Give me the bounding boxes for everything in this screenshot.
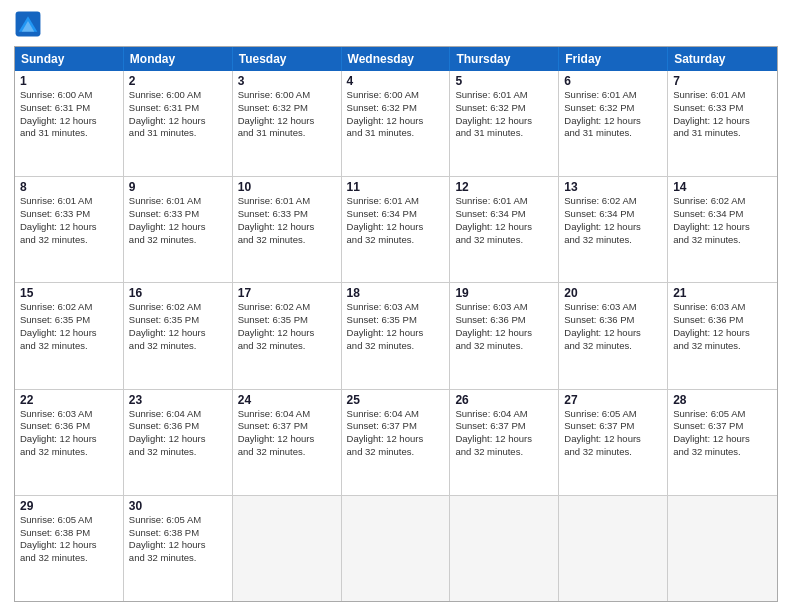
calendar-cell: 26Sunrise: 6:04 AM Sunset: 6:37 PM Dayli…: [450, 390, 559, 495]
day-info: Sunrise: 6:00 AM Sunset: 6:32 PM Dayligh…: [238, 89, 336, 140]
calendar-cell: 3Sunrise: 6:00 AM Sunset: 6:32 PM Daylig…: [233, 71, 342, 176]
calendar-cell: 10Sunrise: 6:01 AM Sunset: 6:33 PM Dayli…: [233, 177, 342, 282]
day-number: 8: [20, 180, 118, 194]
day-info: Sunrise: 6:01 AM Sunset: 6:32 PM Dayligh…: [564, 89, 662, 140]
day-info: Sunrise: 6:04 AM Sunset: 6:36 PM Dayligh…: [129, 408, 227, 459]
calendar-cell: 24Sunrise: 6:04 AM Sunset: 6:37 PM Dayli…: [233, 390, 342, 495]
day-number: 27: [564, 393, 662, 407]
day-info: Sunrise: 6:02 AM Sunset: 6:35 PM Dayligh…: [129, 301, 227, 352]
calendar-cell: 20Sunrise: 6:03 AM Sunset: 6:36 PM Dayli…: [559, 283, 668, 388]
calendar-cell: 17Sunrise: 6:02 AM Sunset: 6:35 PM Dayli…: [233, 283, 342, 388]
header-day-sunday: Sunday: [15, 47, 124, 71]
calendar-cell: 13Sunrise: 6:02 AM Sunset: 6:34 PM Dayli…: [559, 177, 668, 282]
calendar-week-1: 1Sunrise: 6:00 AM Sunset: 6:31 PM Daylig…: [15, 71, 777, 177]
day-number: 30: [129, 499, 227, 513]
day-number: 25: [347, 393, 445, 407]
calendar-cell: 22Sunrise: 6:03 AM Sunset: 6:36 PM Dayli…: [15, 390, 124, 495]
calendar-week-3: 15Sunrise: 6:02 AM Sunset: 6:35 PM Dayli…: [15, 283, 777, 389]
day-info: Sunrise: 6:05 AM Sunset: 6:38 PM Dayligh…: [20, 514, 118, 565]
calendar-cell: 6Sunrise: 6:01 AM Sunset: 6:32 PM Daylig…: [559, 71, 668, 176]
calendar-cell: 16Sunrise: 6:02 AM Sunset: 6:35 PM Dayli…: [124, 283, 233, 388]
calendar-cell: 14Sunrise: 6:02 AM Sunset: 6:34 PM Dayli…: [668, 177, 777, 282]
day-number: 11: [347, 180, 445, 194]
header-day-thursday: Thursday: [450, 47, 559, 71]
day-info: Sunrise: 6:03 AM Sunset: 6:35 PM Dayligh…: [347, 301, 445, 352]
day-info: Sunrise: 6:03 AM Sunset: 6:36 PM Dayligh…: [673, 301, 772, 352]
calendar-body: 1Sunrise: 6:00 AM Sunset: 6:31 PM Daylig…: [15, 71, 777, 601]
calendar-header: SundayMondayTuesdayWednesdayThursdayFrid…: [15, 47, 777, 71]
day-number: 5: [455, 74, 553, 88]
day-number: 3: [238, 74, 336, 88]
day-number: 10: [238, 180, 336, 194]
calendar-cell: 7Sunrise: 6:01 AM Sunset: 6:33 PM Daylig…: [668, 71, 777, 176]
day-info: Sunrise: 6:01 AM Sunset: 6:33 PM Dayligh…: [20, 195, 118, 246]
page: SundayMondayTuesdayWednesdayThursdayFrid…: [0, 0, 792, 612]
day-number: 6: [564, 74, 662, 88]
day-info: Sunrise: 6:00 AM Sunset: 6:31 PM Dayligh…: [20, 89, 118, 140]
day-number: 13: [564, 180, 662, 194]
day-info: Sunrise: 6:03 AM Sunset: 6:36 PM Dayligh…: [20, 408, 118, 459]
calendar-week-2: 8Sunrise: 6:01 AM Sunset: 6:33 PM Daylig…: [15, 177, 777, 283]
header-day-monday: Monday: [124, 47, 233, 71]
day-number: 18: [347, 286, 445, 300]
day-number: 21: [673, 286, 772, 300]
day-number: 29: [20, 499, 118, 513]
day-info: Sunrise: 6:01 AM Sunset: 6:33 PM Dayligh…: [238, 195, 336, 246]
calendar-cell: 18Sunrise: 6:03 AM Sunset: 6:35 PM Dayli…: [342, 283, 451, 388]
day-info: Sunrise: 6:02 AM Sunset: 6:35 PM Dayligh…: [238, 301, 336, 352]
day-info: Sunrise: 6:03 AM Sunset: 6:36 PM Dayligh…: [455, 301, 553, 352]
calendar-cell: 19Sunrise: 6:03 AM Sunset: 6:36 PM Dayli…: [450, 283, 559, 388]
calendar-cell: [233, 496, 342, 601]
logo-icon: [14, 10, 42, 38]
calendar-cell: 23Sunrise: 6:04 AM Sunset: 6:36 PM Dayli…: [124, 390, 233, 495]
day-number: 23: [129, 393, 227, 407]
calendar-cell: 11Sunrise: 6:01 AM Sunset: 6:34 PM Dayli…: [342, 177, 451, 282]
calendar-week-5: 29Sunrise: 6:05 AM Sunset: 6:38 PM Dayli…: [15, 496, 777, 601]
day-info: Sunrise: 6:00 AM Sunset: 6:32 PM Dayligh…: [347, 89, 445, 140]
day-number: 26: [455, 393, 553, 407]
calendar-cell: 15Sunrise: 6:02 AM Sunset: 6:35 PM Dayli…: [15, 283, 124, 388]
calendar-cell: 25Sunrise: 6:04 AM Sunset: 6:37 PM Dayli…: [342, 390, 451, 495]
day-number: 9: [129, 180, 227, 194]
day-info: Sunrise: 6:01 AM Sunset: 6:34 PM Dayligh…: [347, 195, 445, 246]
calendar-cell: 28Sunrise: 6:05 AM Sunset: 6:37 PM Dayli…: [668, 390, 777, 495]
day-number: 24: [238, 393, 336, 407]
day-info: Sunrise: 6:03 AM Sunset: 6:36 PM Dayligh…: [564, 301, 662, 352]
logo: [14, 10, 46, 38]
day-info: Sunrise: 6:05 AM Sunset: 6:37 PM Dayligh…: [673, 408, 772, 459]
header-day-friday: Friday: [559, 47, 668, 71]
day-info: Sunrise: 6:02 AM Sunset: 6:34 PM Dayligh…: [564, 195, 662, 246]
day-info: Sunrise: 6:04 AM Sunset: 6:37 PM Dayligh…: [455, 408, 553, 459]
day-info: Sunrise: 6:02 AM Sunset: 6:35 PM Dayligh…: [20, 301, 118, 352]
day-number: 20: [564, 286, 662, 300]
calendar-cell: 1Sunrise: 6:00 AM Sunset: 6:31 PM Daylig…: [15, 71, 124, 176]
day-number: 16: [129, 286, 227, 300]
calendar-cell: 27Sunrise: 6:05 AM Sunset: 6:37 PM Dayli…: [559, 390, 668, 495]
header-day-saturday: Saturday: [668, 47, 777, 71]
day-info: Sunrise: 6:01 AM Sunset: 6:33 PM Dayligh…: [129, 195, 227, 246]
day-number: 28: [673, 393, 772, 407]
day-info: Sunrise: 6:04 AM Sunset: 6:37 PM Dayligh…: [347, 408, 445, 459]
day-number: 2: [129, 74, 227, 88]
day-info: Sunrise: 6:04 AM Sunset: 6:37 PM Dayligh…: [238, 408, 336, 459]
calendar-cell: 2Sunrise: 6:00 AM Sunset: 6:31 PM Daylig…: [124, 71, 233, 176]
calendar-cell: 8Sunrise: 6:01 AM Sunset: 6:33 PM Daylig…: [15, 177, 124, 282]
day-info: Sunrise: 6:02 AM Sunset: 6:34 PM Dayligh…: [673, 195, 772, 246]
calendar-cell: [342, 496, 451, 601]
header-day-wednesday: Wednesday: [342, 47, 451, 71]
header-day-tuesday: Tuesday: [233, 47, 342, 71]
day-number: 14: [673, 180, 772, 194]
day-number: 15: [20, 286, 118, 300]
day-info: Sunrise: 6:01 AM Sunset: 6:32 PM Dayligh…: [455, 89, 553, 140]
calendar-cell: 12Sunrise: 6:01 AM Sunset: 6:34 PM Dayli…: [450, 177, 559, 282]
day-info: Sunrise: 6:05 AM Sunset: 6:37 PM Dayligh…: [564, 408, 662, 459]
day-info: Sunrise: 6:01 AM Sunset: 6:33 PM Dayligh…: [673, 89, 772, 140]
day-info: Sunrise: 6:01 AM Sunset: 6:34 PM Dayligh…: [455, 195, 553, 246]
calendar-cell: [450, 496, 559, 601]
day-number: 1: [20, 74, 118, 88]
header: [14, 10, 778, 38]
calendar-cell: 29Sunrise: 6:05 AM Sunset: 6:38 PM Dayli…: [15, 496, 124, 601]
calendar: SundayMondayTuesdayWednesdayThursdayFrid…: [14, 46, 778, 602]
calendar-cell: [668, 496, 777, 601]
calendar-cell: 9Sunrise: 6:01 AM Sunset: 6:33 PM Daylig…: [124, 177, 233, 282]
